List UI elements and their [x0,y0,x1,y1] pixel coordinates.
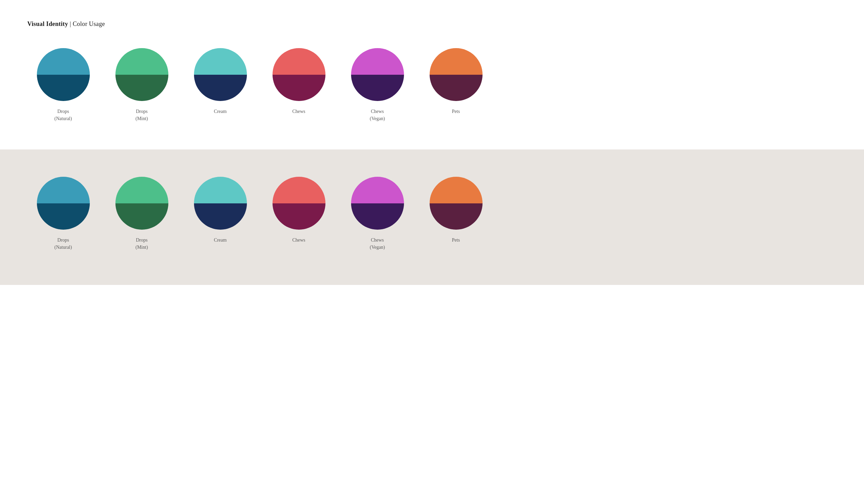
label-line1: Pets [452,237,460,243]
circle-top-chews-2 [273,177,325,204]
label-line2: (Mint) [135,245,148,250]
circle-top-drops-mint-2 [116,177,168,204]
circle-bottom-drops-natural-1 [37,75,90,101]
circle-label-drops-natural-1: Drops(Natural) [54,108,72,122]
circle-bottom-chews-1 [273,75,325,101]
circles-row-white: Drops(Natural)Drops(Mint)CreamChewsChews… [27,48,837,122]
circle-bottom-chews-2 [273,204,325,230]
label-line1: Chews [292,109,305,114]
circle-drops-natural-2 [37,177,90,230]
circle-pets-1 [430,48,482,101]
circle-bottom-chews-vegan-1 [351,75,404,101]
label-line1: Drops [136,109,147,114]
circle-label-drops-mint-1: Drops(Mint) [135,108,148,122]
circle-item-cream-2: Cream [184,177,256,244]
circle-top-chews-vegan-1 [351,48,404,75]
circle-drops-mint-2 [116,177,168,230]
circle-drops-mint-1 [116,48,168,101]
circle-top-cream-1 [194,48,247,75]
circle-bottom-drops-mint-2 [116,204,168,230]
circle-item-chews-vegan-2: Chews(Vegan) [341,177,413,251]
circle-bottom-cream-1 [194,75,247,101]
label-line2: (Natural) [54,245,72,250]
circle-label-chews-2: Chews [292,236,305,244]
circle-bottom-cream-2 [194,204,247,230]
circle-item-pets-1: Pets [420,48,492,115]
circle-item-chews-1: Chews [263,48,335,115]
gray-section: Drops(Natural)Drops(Mint)CreamChewsChews… [0,149,864,285]
circle-top-pets-2 [430,177,482,204]
circle-cream-1 [194,48,247,101]
circle-bottom-chews-vegan-2 [351,204,404,230]
circle-top-chews-1 [273,48,325,75]
label-line1: Drops [57,109,69,114]
circle-drops-natural-1 [37,48,90,101]
circle-label-pets-1: Pets [452,108,460,115]
circle-item-drops-mint-2: Drops(Mint) [106,177,178,251]
circle-pets-2 [430,177,482,230]
circle-bottom-pets-1 [430,75,482,101]
circle-top-drops-natural-2 [37,177,90,204]
label-line1: Cream [214,109,226,114]
title-bold: Visual Identity [27,21,68,27]
label-line1: Drops [57,237,69,243]
circle-item-drops-natural-1: Drops(Natural) [27,48,99,122]
circle-top-cream-2 [194,177,247,204]
circle-label-cream-2: Cream [214,236,226,244]
title-normal: Color Usage [73,21,105,27]
circle-label-chews-1: Chews [292,108,305,115]
circle-label-drops-mint-2: Drops(Mint) [135,236,148,251]
circle-chews-vegan-2 [351,177,404,230]
circle-item-chews-vegan-1: Chews(Vegan) [341,48,413,122]
circle-label-cream-1: Cream [214,108,226,115]
circle-top-drops-natural-1 [37,48,90,75]
circle-top-chews-vegan-2 [351,177,404,204]
title-separator: | [68,21,73,27]
label-line1: Pets [452,109,460,114]
circle-item-drops-mint-1: Drops(Mint) [106,48,178,122]
circle-chews-vegan-1 [351,48,404,101]
circle-bottom-drops-natural-2 [37,204,90,230]
circle-cream-2 [194,177,247,230]
label-line1: Cream [214,237,226,243]
circle-item-cream-1: Cream [184,48,256,115]
label-line2: (Vegan) [370,116,385,121]
circles-row-gray: Drops(Natural)Drops(Mint)CreamChewsChews… [27,177,837,251]
label-line1: Drops [136,237,147,243]
circle-bottom-pets-2 [430,204,482,230]
circle-item-drops-natural-2: Drops(Natural) [27,177,99,251]
circle-label-chews-vegan-1: Chews(Vegan) [370,108,385,122]
circle-label-pets-2: Pets [452,236,460,244]
label-line2: (Vegan) [370,245,385,250]
label-line2: (Mint) [135,116,148,121]
circle-item-pets-2: Pets [420,177,492,244]
label-line2: (Natural) [54,116,72,121]
circle-label-drops-natural-2: Drops(Natural) [54,236,72,251]
circle-label-chews-vegan-2: Chews(Vegan) [370,236,385,251]
page-title: Visual Identity | Color Usage [0,0,864,28]
white-section: Drops(Natural)Drops(Mint)CreamChewsChews… [0,28,864,149]
circle-item-chews-2: Chews [263,177,335,244]
label-line1: Chews [292,237,305,243]
circle-bottom-drops-mint-1 [116,75,168,101]
circle-chews-1 [273,48,325,101]
label-line1: Chews [371,109,384,114]
circle-top-drops-mint-1 [116,48,168,75]
circle-top-pets-1 [430,48,482,75]
circle-chews-2 [273,177,325,230]
label-line1: Chews [371,237,384,243]
